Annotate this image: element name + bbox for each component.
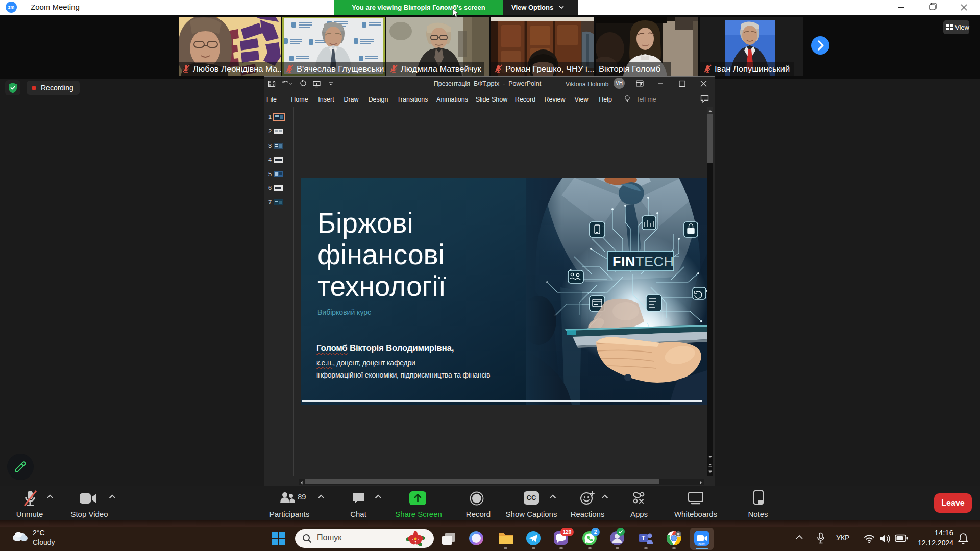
svg-text:FINTECH: FINTECH [612,254,674,269]
svg-text:zoom: zoom [698,542,705,545]
svg-text:T: T [642,535,646,542]
